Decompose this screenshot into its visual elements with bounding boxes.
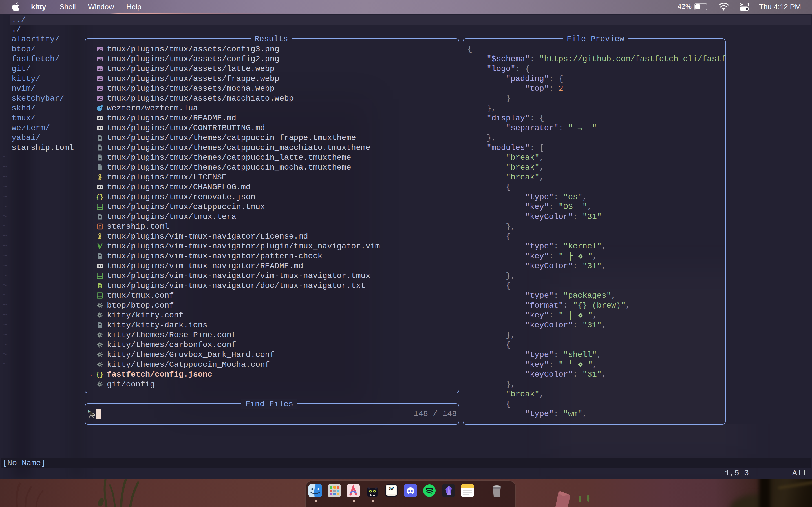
svg-text:{}: {} xyxy=(96,194,103,200)
svg-text:{}: {} xyxy=(96,371,103,378)
svg-text:$W: $W xyxy=(389,487,394,490)
